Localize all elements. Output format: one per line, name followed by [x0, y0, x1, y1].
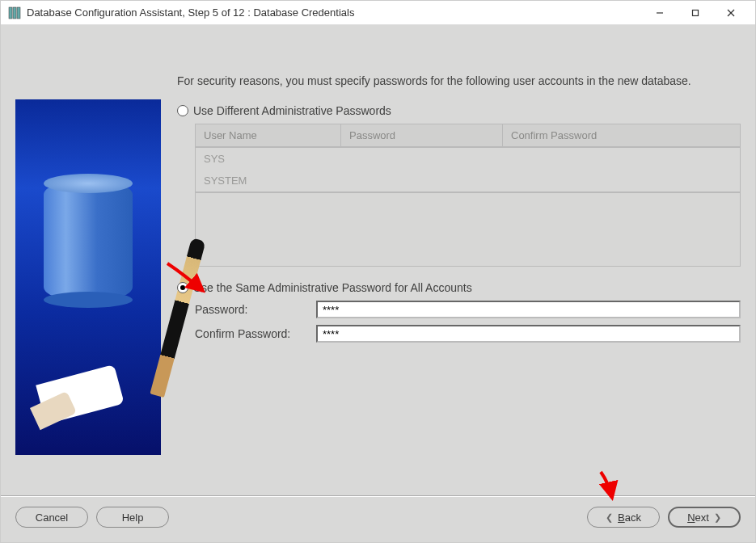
password-label: Password:	[195, 303, 316, 316]
grid-body: SYS SYSTEM	[196, 148, 740, 193]
chevron-left-icon: ❮	[606, 512, 613, 523]
accounts-grid: User Name Password Confirm Password SYS …	[195, 124, 741, 267]
instruction-text: For security reasons, you must specify p…	[177, 74, 741, 88]
minimize-button[interactable]	[642, 2, 678, 24]
button-bar: Cancel Help ❮ Back Next ❯	[1, 495, 755, 542]
svg-rect-2	[17, 7, 20, 19]
next-button[interactable]: Next ❯	[668, 507, 741, 528]
chevron-right-icon: ❯	[714, 512, 721, 523]
svg-rect-0	[9, 7, 12, 19]
window-body: For security reasons, you must specify p…	[1, 25, 755, 542]
radio-same-label: Use the Same Administrative Password for…	[193, 281, 472, 294]
table-row: SYSTEM	[196, 170, 740, 192]
confirm-password-row: Confirm Password:	[195, 325, 741, 343]
main-area: For security reasons, you must specify p…	[1, 25, 755, 495]
svg-rect-1	[13, 7, 16, 19]
app-icon	[7, 6, 22, 20]
confirm-password-field[interactable]	[316, 325, 741, 343]
help-button[interactable]: Help	[96, 507, 169, 528]
cell-confirm	[503, 170, 740, 192]
window-frame: Database Configuration Assistant, Step 5…	[0, 0, 756, 543]
cell-password	[341, 148, 503, 170]
close-button[interactable]	[713, 2, 749, 24]
password-row: Password:	[195, 301, 741, 318]
svg-rect-4	[693, 10, 699, 15]
database-cylinder-icon	[44, 180, 133, 301]
cancel-button[interactable]: Cancel	[15, 507, 88, 528]
back-button[interactable]: ❮ Back	[587, 507, 660, 528]
titlebar: Database Configuration Assistant, Step 5…	[1, 1, 755, 25]
cell-user: SYSTEM	[196, 170, 341, 192]
spacer	[177, 507, 579, 528]
maximize-button[interactable]	[678, 2, 713, 24]
table-row: SYS	[196, 148, 740, 170]
cell-password	[341, 170, 503, 192]
cell-confirm	[503, 148, 740, 170]
radio-icon	[177, 105, 188, 116]
password-field[interactable]	[316, 301, 741, 318]
wizard-sidebar-image	[15, 99, 161, 455]
radio-same-password[interactable]: Use the Same Administrative Password for…	[177, 281, 741, 294]
cell-user: SYS	[196, 148, 341, 170]
col-user: User Name	[196, 124, 341, 146]
confirm-password-label: Confirm Password:	[195, 327, 316, 340]
grid-empty-area	[196, 193, 740, 266]
window-title: Database Configuration Assistant, Step 5…	[27, 6, 642, 19]
col-confirm: Confirm Password	[503, 124, 740, 146]
content-panel: For security reasons, you must specify p…	[177, 25, 741, 495]
col-password: Password	[341, 124, 503, 146]
grid-header: User Name Password Confirm Password	[196, 124, 740, 148]
titlebar-controls	[642, 2, 749, 24]
radio-different-passwords[interactable]: Use Different Administrative Passwords	[177, 104, 741, 117]
radio-different-label: Use Different Administrative Passwords	[193, 104, 391, 117]
